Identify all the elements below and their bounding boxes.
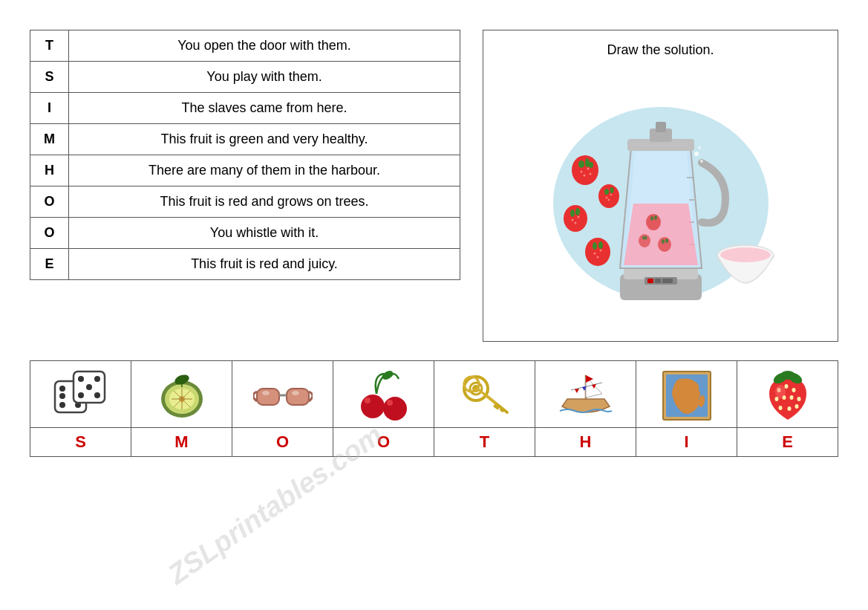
svg-rect-5 [655,279,661,283]
answer-letter-0: S [30,428,131,457]
icon-cell-africa-map [636,361,737,428]
clue-row: H There are many of them in the harbour. [30,155,460,186]
svg-point-83 [262,391,270,395]
svg-point-49 [639,234,650,247]
svg-point-58 [59,386,65,392]
svg-rect-16 [656,122,666,132]
svg-point-87 [365,398,371,403]
clue-text: You whistle with it. [69,218,460,249]
clue-text: This fruit is red and grows on trees. [69,186,460,218]
svg-point-88 [383,397,407,421]
clue-text: You open the door with them. [69,30,460,62]
svg-point-89 [387,400,393,406]
svg-point-51 [645,236,647,239]
svg-point-119 [787,406,791,411]
svg-point-56 [698,146,701,149]
draw-solution-title: Draw the solution. [607,42,714,58]
svg-point-22 [587,167,589,169]
svg-point-60 [59,393,65,399]
svg-point-65 [78,376,84,382]
svg-point-121 [775,385,786,398]
svg-point-34 [593,252,595,254]
svg-point-117 [797,397,800,401]
svg-point-31 [585,238,610,266]
svg-point-86 [361,395,385,418]
svg-point-25 [564,205,587,232]
answer-letter-6: I [636,428,737,457]
answer-letter-3: O [333,428,434,457]
clue-letter: M [30,124,69,155]
clue-letter: T [30,30,69,62]
icon-cell-goggles [232,361,333,428]
clue-table: T You open the door with them. S You pla… [30,30,460,280]
clue-row: O This fruit is red and grows on trees. [30,186,460,218]
svg-point-54 [694,152,699,156]
answer-letter-5: H [535,428,636,457]
svg-point-113 [792,388,795,392]
svg-point-30 [574,221,576,224]
svg-point-50 [642,236,645,239]
icon-cell-cherries [333,361,434,428]
svg-point-84 [292,391,299,395]
clue-row: M This fruit is green and very healthy. [30,124,460,155]
answer-letter-7: E [737,428,838,457]
svg-point-40 [605,196,607,198]
svg-rect-4 [647,279,653,283]
svg-point-17 [572,155,598,185]
svg-rect-80 [257,389,279,405]
svg-point-62 [59,402,65,408]
blender-illustration [491,65,830,334]
svg-point-42 [607,198,610,201]
icon-cell-keys [434,361,535,428]
svg-rect-81 [287,389,309,405]
clue-row: S You play with them. [30,62,460,93]
answer-letter-4: T [434,428,535,457]
svg-point-68 [78,392,84,398]
svg-point-18 [578,160,584,168]
clue-text: This fruit is red and juicy. [69,249,460,280]
svg-point-66 [94,376,100,382]
svg-point-36 [596,256,598,258]
svg-point-27 [575,208,580,215]
svg-point-33 [598,241,603,249]
svg-marker-13 [624,204,698,265]
svg-point-41 [610,193,612,195]
clue-letter: I [30,93,69,124]
svg-point-21 [580,170,582,172]
svg-point-29 [577,215,579,218]
draw-solution-box: Draw the solution. [483,30,838,342]
svg-point-116 [789,395,793,400]
svg-point-24 [589,172,591,175]
clue-row: O You whistle with it. [30,218,460,249]
svg-point-69 [94,392,100,398]
svg-marker-102 [575,389,579,393]
answer-letter-2: O [232,428,333,457]
svg-point-28 [571,218,573,221]
svg-point-37 [598,184,619,208]
clue-row: T You open the door with them. [30,30,460,62]
clue-row: I The slaves came from here. [30,93,460,124]
icon-cell-dice [30,361,131,428]
clue-letter: S [30,62,69,93]
svg-point-53 [720,247,771,262]
svg-point-23 [583,174,585,176]
icon-cell-boat [535,361,636,428]
icon-cell-kiwi [131,361,232,428]
clue-text: The slaves came from here. [69,93,460,124]
svg-point-120 [794,404,798,409]
svg-point-20 [589,162,593,168]
clue-row: E This fruit is red and juicy. [30,249,460,280]
svg-point-46 [658,237,671,252]
clue-letter: O [30,186,69,218]
svg-point-85 [380,369,394,382]
svg-point-32 [593,242,597,250]
svg-point-44 [650,216,653,221]
clue-text: There are many of them in the harbour. [69,155,460,186]
clue-letter: H [30,155,69,186]
svg-point-67 [86,384,92,390]
clue-text: This fruit is green and very healthy. [69,124,460,155]
clue-text: You play with them. [69,62,460,93]
clue-letter: O [30,218,69,249]
image-table: SMOOTHIE [30,360,838,457]
svg-point-43 [646,214,661,230]
